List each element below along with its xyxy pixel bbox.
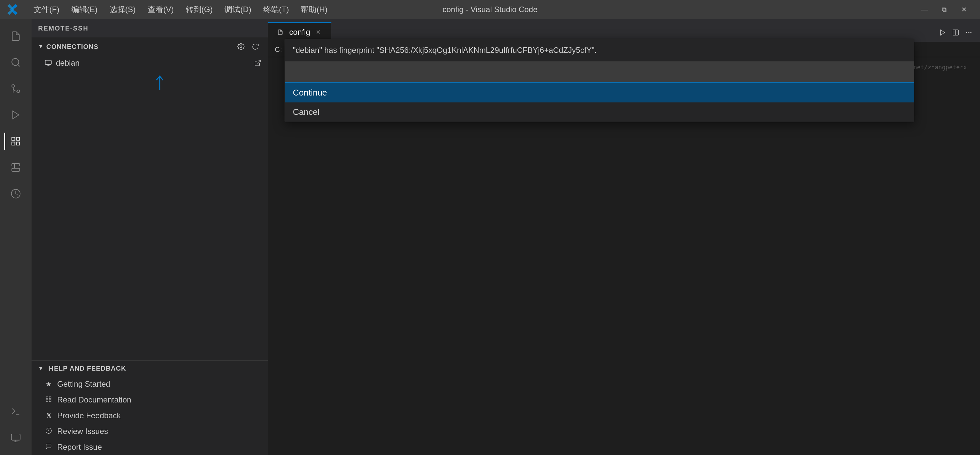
file-icon: [277, 29, 283, 35]
menu-bar: 文件(F) 编辑(E) 选择(S) 查看(V) 转到(G) 调试(D) 终端(T…: [28, 3, 333, 16]
connection-item-debian[interactable]: debian: [32, 56, 268, 70]
svg-point-5: [12, 85, 14, 87]
main-layout: REMOTE-SSH ▼ CONNECTIONS: [0, 19, 980, 455]
svg-marker-29: [940, 30, 945, 35]
svg-point-2: [12, 59, 19, 65]
help-report-issue-label: Report Issue: [57, 442, 102, 452]
help-item-provide-feedback[interactable]: 𝕏 Provide Feedback: [32, 408, 268, 423]
svg-rect-13: [11, 434, 21, 440]
close-button[interactable]: ✕: [955, 0, 974, 19]
svg-rect-10: [12, 142, 15, 145]
titlebar-left: 文件(F) 编辑(E) 选择(S) 查看(V) 转到(G) 调试(D) 终端(T…: [6, 3, 333, 16]
connection-name-debian: debian: [56, 59, 80, 68]
svg-rect-7: [12, 137, 15, 140]
debug-activity-icon[interactable]: [4, 103, 28, 127]
timeline-activity-icon[interactable]: [4, 182, 28, 206]
refresh-icon-btn[interactable]: [250, 41, 261, 52]
source-control-activity-icon[interactable]: [4, 77, 28, 100]
menu-view[interactable]: 查看(V): [142, 3, 179, 16]
menu-terminal[interactable]: 终端(T): [258, 3, 294, 16]
svg-point-34: [971, 32, 972, 33]
sidebar: REMOTE-SSH ▼ CONNECTIONS: [32, 19, 268, 455]
help-chevron-icon: ▼: [38, 366, 44, 372]
tab-config-label: config: [289, 28, 310, 37]
split-editor-icon-btn[interactable]: [950, 27, 962, 38]
help-item-report-issue[interactable]: Report Issue: [32, 439, 268, 455]
activity-bar: [0, 19, 32, 455]
svg-marker-6: [13, 111, 19, 119]
sidebar-header: REMOTE-SSH: [32, 19, 268, 37]
svg-rect-23: [49, 396, 51, 398]
connections-icons: [235, 41, 261, 52]
svg-line-20: [257, 60, 260, 64]
svg-point-4: [17, 90, 20, 93]
help-getting-started-label: Getting Started: [57, 379, 110, 389]
menu-help[interactable]: 帮助(H): [296, 3, 332, 16]
svg-point-32: [967, 32, 967, 33]
titlebar: 文件(F) 编辑(E) 选择(S) 查看(V) 转到(G) 调试(D) 终端(T…: [0, 0, 980, 19]
menu-file[interactable]: 文件(F): [28, 3, 65, 16]
test-activity-icon[interactable]: [4, 155, 28, 179]
explorer-activity-icon[interactable]: [4, 24, 28, 48]
search-activity-icon[interactable]: [4, 51, 28, 74]
breadcrumb-c[interactable]: C:: [275, 45, 282, 54]
fingerprint-message: "debian" has fingerprint "SHA256:/Xkj5xq…: [285, 39, 914, 62]
svg-rect-24: [49, 400, 51, 401]
svg-rect-8: [17, 137, 20, 140]
help-item-review-issues[interactable]: Review Issues: [32, 423, 268, 439]
help-provide-feedback-label: Provide Feedback: [57, 411, 121, 420]
minimize-button[interactable]: —: [915, 0, 934, 19]
svg-rect-25: [46, 400, 48, 401]
connections-list: debian: [32, 56, 268, 360]
svg-line-3: [18, 64, 20, 66]
dropdown-options: Continue Cancel: [285, 83, 914, 122]
maximize-button[interactable]: ⧉: [935, 0, 954, 19]
menu-debug[interactable]: 调试(D): [219, 3, 256, 16]
connections-chevron-icon: ▼: [38, 44, 44, 49]
run-icon-btn[interactable]: [937, 27, 948, 38]
more-actions-icon-btn[interactable]: [963, 27, 975, 38]
svg-rect-17: [45, 60, 51, 65]
help-item-read-documentation[interactable]: Read Documentation: [32, 392, 268, 408]
help-read-documentation-label: Read Documentation: [57, 395, 131, 404]
connections-section-header[interactable]: ▼ CONNECTIONS: [32, 37, 268, 56]
star-icon: ★: [45, 380, 52, 388]
editor-area: config ✕: [268, 19, 980, 455]
svg-point-16: [240, 46, 242, 48]
fingerprint-input[interactable]: [285, 62, 914, 83]
settings-icon-btn[interactable]: [235, 41, 247, 52]
remote-ssh-activity-icon[interactable]: [4, 426, 28, 450]
menu-select[interactable]: 选择(S): [104, 3, 141, 16]
menu-goto[interactable]: 转到(G): [180, 3, 218, 16]
help-feedback-section: ▼ HELP AND FEEDBACK ★ Getting Started Re…: [32, 360, 268, 455]
connections-label: CONNECTIONS: [46, 43, 99, 51]
svg-rect-9: [17, 142, 20, 145]
menu-edit[interactable]: 编辑(E): [66, 3, 103, 16]
option-continue[interactable]: Continue: [285, 83, 914, 102]
option-cancel[interactable]: Cancel: [285, 102, 914, 122]
book-icon: [45, 396, 52, 404]
svg-point-33: [969, 32, 969, 33]
extensions-activity-icon[interactable]: [4, 129, 28, 153]
svg-rect-22: [46, 396, 48, 398]
comment-icon: [45, 443, 52, 452]
scroll-arrow-icon: [153, 73, 166, 93]
help-feedback-label: HELP AND FEEDBACK: [49, 365, 126, 372]
fingerprint-dialog: "debian" has fingerprint "SHA256:/Xkj5xq…: [285, 39, 914, 122]
window-controls: — ⧉ ✕: [915, 0, 974, 19]
help-feedback-header[interactable]: ▼ HELP AND FEEDBACK: [32, 361, 268, 376]
twitter-icon: 𝕏: [45, 412, 52, 419]
window-title: config - Visual Studio Code: [442, 5, 537, 14]
terminal-activity-icon[interactable]: [4, 400, 28, 423]
help-review-issues-label: Review Issues: [57, 427, 108, 436]
help-item-getting-started[interactable]: ★ Getting Started: [32, 376, 268, 392]
warning-icon: [45, 427, 52, 436]
vscode-logo-icon: [6, 4, 18, 16]
tab-close-icon[interactable]: ✕: [314, 28, 322, 36]
